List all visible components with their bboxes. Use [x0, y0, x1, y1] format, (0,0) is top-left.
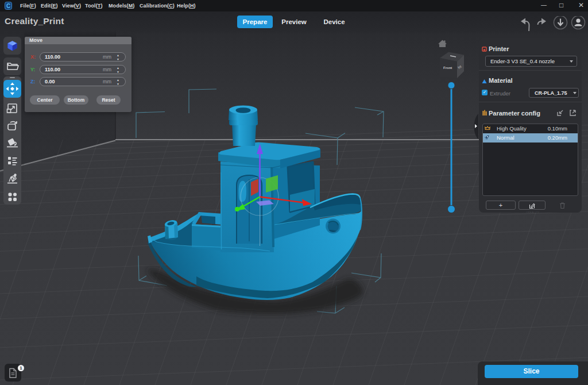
svg-text:Front: Front: [443, 66, 452, 70]
